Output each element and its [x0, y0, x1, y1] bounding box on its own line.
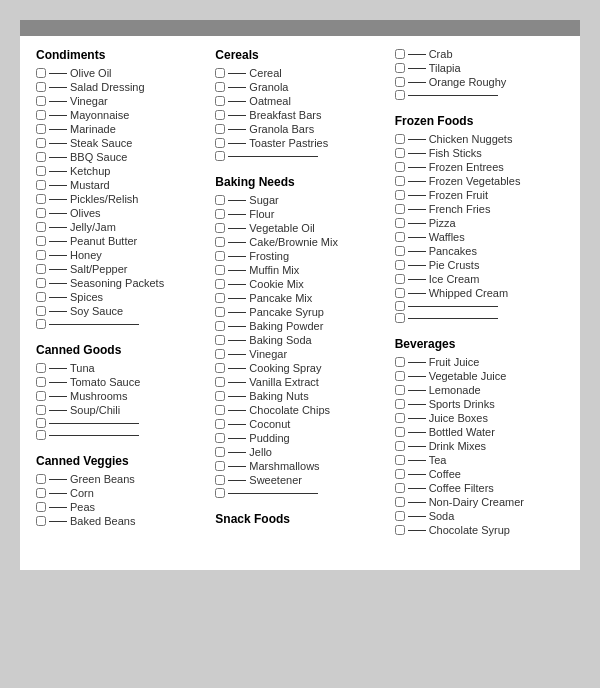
item-checkbox[interactable] — [395, 497, 405, 507]
item-checkbox[interactable] — [395, 77, 405, 87]
item-checkbox[interactable] — [215, 475, 225, 485]
item-checkbox[interactable] — [36, 405, 46, 415]
item-checkbox[interactable] — [215, 307, 225, 317]
item-checkbox[interactable] — [215, 195, 225, 205]
item-checkbox[interactable] — [215, 279, 225, 289]
item-checkbox[interactable] — [36, 180, 46, 190]
item-checkbox[interactable] — [215, 321, 225, 331]
item-checkbox[interactable] — [395, 511, 405, 521]
item-checkbox[interactable] — [36, 208, 46, 218]
item-checkbox[interactable] — [395, 63, 405, 73]
item-checkbox[interactable] — [395, 204, 405, 214]
item-checkbox[interactable] — [395, 134, 405, 144]
item-checkbox[interactable] — [395, 483, 405, 493]
item-checkbox[interactable] — [395, 525, 405, 535]
blank-line-span — [408, 95, 498, 96]
item-checkbox[interactable] — [395, 357, 405, 367]
item-checkbox[interactable] — [36, 236, 46, 246]
item-checkbox[interactable] — [215, 433, 225, 443]
item-checkbox[interactable] — [395, 274, 405, 284]
item-checkbox[interactable] — [36, 250, 46, 260]
item-checkbox[interactable] — [395, 148, 405, 158]
item-checkbox[interactable] — [215, 82, 225, 92]
item-checkbox[interactable] — [36, 306, 46, 316]
list-item: Olives — [36, 207, 205, 219]
item-checkbox[interactable] — [36, 68, 46, 78]
item-checkbox[interactable] — [36, 278, 46, 288]
item-checkbox[interactable] — [36, 363, 46, 373]
item-checkbox[interactable] — [395, 162, 405, 172]
blank-checkbox[interactable] — [215, 488, 225, 498]
item-checkbox[interactable] — [36, 194, 46, 204]
item-checkbox[interactable] — [395, 232, 405, 242]
item-checkbox[interactable] — [215, 68, 225, 78]
item-checkbox[interactable] — [395, 260, 405, 270]
item-checkbox[interactable] — [215, 251, 225, 261]
blank-checkbox[interactable] — [36, 319, 46, 329]
item-checkbox[interactable] — [215, 377, 225, 387]
item-checkbox[interactable] — [395, 246, 405, 256]
item-checkbox[interactable] — [395, 218, 405, 228]
item-checkbox[interactable] — [215, 209, 225, 219]
item-checkbox[interactable] — [215, 96, 225, 106]
item-checkbox[interactable] — [215, 461, 225, 471]
item-checkbox[interactable] — [395, 399, 405, 409]
item-checkbox[interactable] — [395, 455, 405, 465]
item-label: Tea — [429, 454, 447, 466]
item-checkbox[interactable] — [36, 377, 46, 387]
item-label: Baked Beans — [70, 515, 135, 527]
list-item: Tea — [395, 454, 564, 466]
item-checkbox[interactable] — [395, 371, 405, 381]
item-checkbox[interactable] — [395, 469, 405, 479]
item-checkbox[interactable] — [36, 516, 46, 526]
item-checkbox[interactable] — [36, 110, 46, 120]
item-checkbox[interactable] — [215, 447, 225, 457]
item-checkbox[interactable] — [36, 138, 46, 148]
item-label: Mustard — [70, 179, 110, 191]
list-item: Vinegar — [36, 95, 205, 107]
blank-checkbox[interactable] — [395, 301, 405, 311]
item-checkbox[interactable] — [395, 288, 405, 298]
item-checkbox[interactable] — [36, 474, 46, 484]
item-checkbox[interactable] — [36, 502, 46, 512]
item-checkbox[interactable] — [215, 419, 225, 429]
item-checkbox[interactable] — [36, 391, 46, 401]
item-checkbox[interactable] — [36, 96, 46, 106]
blank-checkbox[interactable] — [36, 430, 46, 440]
item-checkbox[interactable] — [395, 190, 405, 200]
item-line-blank — [408, 223, 426, 224]
blank-checkbox[interactable] — [395, 90, 405, 100]
item-checkbox[interactable] — [395, 441, 405, 451]
item-checkbox[interactable] — [215, 391, 225, 401]
item-checkbox[interactable] — [395, 176, 405, 186]
item-checkbox[interactable] — [215, 237, 225, 247]
item-checkbox[interactable] — [36, 292, 46, 302]
item-checkbox[interactable] — [215, 110, 225, 120]
item-line-blank — [49, 493, 67, 494]
item-checkbox[interactable] — [36, 82, 46, 92]
item-checkbox[interactable] — [215, 349, 225, 359]
item-checkbox[interactable] — [215, 265, 225, 275]
item-checkbox[interactable] — [215, 363, 225, 373]
item-checkbox[interactable] — [215, 335, 225, 345]
blank-checkbox[interactable] — [215, 151, 225, 161]
item-checkbox[interactable] — [395, 427, 405, 437]
item-label: Soy Sauce — [70, 305, 123, 317]
item-checkbox[interactable] — [36, 264, 46, 274]
item-checkbox[interactable] — [215, 124, 225, 134]
item-checkbox[interactable] — [395, 385, 405, 395]
item-checkbox[interactable] — [395, 49, 405, 59]
item-checkbox[interactable] — [36, 488, 46, 498]
blank-checkbox[interactable] — [395, 313, 405, 323]
item-checkbox[interactable] — [36, 124, 46, 134]
item-checkbox[interactable] — [215, 138, 225, 148]
blank-checkbox[interactable] — [36, 418, 46, 428]
item-checkbox[interactable] — [215, 293, 225, 303]
item-checkbox[interactable] — [215, 223, 225, 233]
item-checkbox[interactable] — [215, 405, 225, 415]
item-checkbox[interactable] — [36, 166, 46, 176]
item-checkbox[interactable] — [36, 152, 46, 162]
item-line-blank — [408, 181, 426, 182]
item-checkbox[interactable] — [395, 413, 405, 423]
item-checkbox[interactable] — [36, 222, 46, 232]
